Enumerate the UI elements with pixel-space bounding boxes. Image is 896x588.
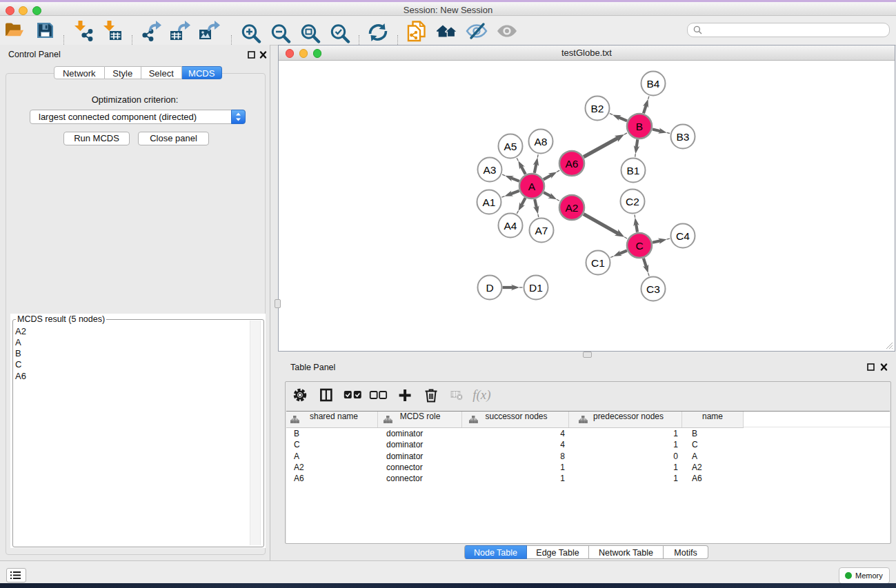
svg-text:B4: B4 xyxy=(647,78,660,90)
svg-text:A7: A7 xyxy=(535,225,548,236)
svg-text:D: D xyxy=(486,282,493,294)
svg-text:C2: C2 xyxy=(626,196,639,207)
svg-text:A2: A2 xyxy=(566,202,579,214)
svg-text:D1: D1 xyxy=(529,282,543,294)
svg-text:C3: C3 xyxy=(646,283,660,295)
svg-text:B: B xyxy=(636,121,643,132)
svg-text:A8: A8 xyxy=(535,136,548,148)
svg-text:C4: C4 xyxy=(676,230,690,242)
svg-text:A4: A4 xyxy=(504,220,517,232)
svg-text:C1: C1 xyxy=(591,257,605,269)
svg-text:C: C xyxy=(635,240,643,252)
svg-text:f(x): f(x) xyxy=(472,387,490,403)
svg-text:B2: B2 xyxy=(591,103,604,114)
svg-text:A5: A5 xyxy=(504,141,517,152)
svg-text:B1: B1 xyxy=(627,165,640,176)
svg-text:B3: B3 xyxy=(677,131,690,143)
svg-text:A: A xyxy=(528,181,536,192)
svg-text:A1: A1 xyxy=(483,196,496,208)
svg-text:A3: A3 xyxy=(484,164,497,176)
svg-text:A6: A6 xyxy=(566,158,579,170)
